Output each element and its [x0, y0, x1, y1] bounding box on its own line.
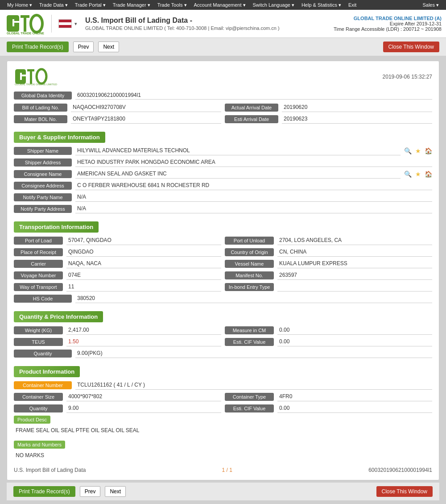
container-size-col: Container Size 4000*907*802: [14, 392, 221, 401]
svg-point-9: [37, 69, 46, 83]
place-of-receipt-col: Place of Receipt QINGDAO: [14, 248, 221, 257]
flag-area: ▾: [58, 19, 77, 28]
consignee-home-icon[interactable]: 🏠: [425, 171, 432, 178]
product-section-header: Product Information: [14, 366, 80, 377]
svg-rect-8: [30, 69, 32, 84]
notify-party-address-row: Notify Party Address N/A: [14, 204, 432, 213]
page-title: U.S. Import Bill of Lading Data -: [85, 17, 329, 25]
record-timestamp: 2019-09-06 15:32:27: [383, 74, 432, 80]
product-qty-cif-row: Quantity 9.00 Esti. CIF Value 0.00: [14, 404, 432, 413]
product-desc-label: Product Desc: [14, 416, 50, 424]
container-type-col: Container Type 4FR0: [225, 392, 432, 401]
quantity-row: Quantity 9.00(PKG): [14, 349, 432, 358]
print-button-top[interactable]: Print Trade Record(s): [7, 42, 69, 52]
esti-arrival-col: Esti Arrival Date 20190623: [225, 115, 432, 124]
nav-switch-language[interactable]: Switch Language ▾: [249, 0, 298, 10]
container-size-value: 4000*907*802: [66, 392, 221, 401]
esti-cif-value: 0.00: [277, 337, 432, 346]
consignee-name-row: Consignee Name AMERICAN SEAL AND GASKET …: [14, 170, 432, 179]
shipper-name-row: Shipper Name HILYWILL ADVANCED MATERIALS…: [14, 146, 432, 155]
manifest-no-value: 263597: [277, 271, 432, 280]
inbond-entry-value: [277, 283, 432, 292]
svg-text:GLOBAL TRADE ONLINE LIMITED: GLOBAL TRADE ONLINE LIMITED: [7, 32, 45, 34]
nav-my-home[interactable]: My Home ▾: [4, 0, 36, 10]
close-button-bottom[interactable]: Close This Window: [376, 486, 433, 497]
header-bar: GLOBAL TRADE ONLINE LIMITED ▾ U.S. Impor…: [0, 10, 446, 38]
country-of-origin-value: CN, CHINA: [277, 248, 432, 257]
nav-exit[interactable]: Exit: [345, 0, 360, 10]
port-of-load-value: 57047, QINGDAO: [66, 236, 221, 245]
port-row: Port of Load 57047, QINGDAO Port of Unlo…: [14, 236, 432, 245]
nav-trade-portal[interactable]: Trade Portal ▾: [71, 0, 109, 10]
esti-cif-label: Esti. CIF Value: [225, 338, 274, 346]
voyage-manifest-row: Voyage Number 074E Manifest No. 263597: [14, 271, 432, 280]
bol-row: Bill of Lading No. NAQAOCHI9270708V Actu…: [14, 103, 432, 112]
port-of-unload-label: Port of Unload: [225, 237, 274, 245]
ldr-range: Time Range Accessible (LDR) : 200712 ~ 2…: [334, 26, 442, 32]
port-of-unload-value: 2704, LOS ANGELES, CA: [277, 236, 432, 245]
record-card: GLOBAL TRADE ONLINE LIMITED 2019-09-06 1…: [7, 61, 439, 480]
nav-trade-manager[interactable]: Trade Manager ▾: [109, 0, 154, 10]
search-icon[interactable]: 🔍: [404, 147, 412, 154]
bol-no-label: Bill of Lading No.: [14, 104, 67, 112]
container-number-row: Container Number TCLU1261162 ( 41 / L / …: [14, 381, 432, 390]
prev-button-bottom[interactable]: Prev: [80, 486, 101, 497]
expire-date: Expire After 2019-12-31: [334, 21, 442, 26]
carrier-label: Carrier: [14, 260, 63, 268]
teus-col: TEUS 1.50: [14, 337, 221, 346]
nav-help-statistics-label: Help & Statistics: [301, 0, 337, 10]
global-data-identity-row: Global Data Identity 6003201906210000199…: [14, 91, 432, 100]
mater-bol-col: Mater BOL No. ONEYTA9PY2181800: [14, 115, 221, 124]
weight-measure-row: Weight (KG) 2,417.00 Measure in CM 0.00: [14, 326, 432, 335]
nav-trade-data[interactable]: Trade Data ▾: [36, 0, 71, 10]
container-type-label: Container Type: [225, 393, 274, 401]
carrier-vessel-row: Carrier NAQA, NACA Vessel Name KUALA LUM…: [14, 259, 432, 268]
mater-bol-label: Mater BOL No.: [14, 115, 67, 123]
prev-button-top[interactable]: Prev: [73, 42, 94, 52]
consignee-star-icon[interactable]: ★: [415, 171, 421, 178]
nav-trade-tools[interactable]: Trade Tools ▾: [154, 0, 190, 10]
actual-arrival-col: Actual Arrival Date 20190620: [225, 103, 432, 112]
port-of-load-col: Port of Load 57047, QINGDAO: [14, 236, 221, 245]
place-of-receipt-label: Place of Receipt: [14, 248, 63, 256]
measure-col: Measure in CM 0.00: [225, 326, 432, 335]
nav-trade-manager-label: Trade Manager: [113, 0, 146, 10]
consignee-name-value: AMERICAN SEAL AND GASKET INC: [75, 170, 401, 179]
port-of-unload-col: Port of Unload 2704, LOS ANGELES, CA: [225, 236, 432, 245]
shipper-address-label: Shipper Address: [14, 158, 72, 167]
product-esti-cif-label: Esti. CIF Value: [225, 404, 274, 412]
consignee-search-icon[interactable]: 🔍: [404, 171, 412, 178]
product-esti-cif-col: Esti. CIF Value 0.00: [225, 404, 432, 413]
product-desc-container: Product Desc FRAME SEAL OIL SEAL PTFE OI…: [14, 416, 432, 435]
vessel-name-value: KUALA LUMPUR EXPRESS: [277, 259, 432, 268]
home-icon[interactable]: 🏠: [425, 147, 432, 154]
nav-trade-tools-label: Trade Tools: [157, 0, 183, 10]
close-button-top[interactable]: Close This Window: [383, 42, 439, 52]
bol-col: Bill of Lading No. NAQAOCHI9270708V: [14, 103, 221, 112]
next-button-bottom[interactable]: Next: [105, 486, 126, 497]
nav-help-statistics[interactable]: Help & Statistics ▾: [298, 0, 345, 10]
voyage-number-label: Voyage Number: [14, 271, 63, 279]
action-bar-top: Print Trade Record(s) Prev Next Close Th…: [0, 38, 446, 56]
hs-code-label: HS Code: [14, 295, 72, 303]
print-button-bottom[interactable]: Print Trade Record(s): [13, 486, 75, 497]
quantity-value: 9.00(PKG): [75, 349, 432, 358]
transport-section-header: Transportation Information: [14, 221, 99, 233]
next-button-top[interactable]: Next: [98, 42, 119, 52]
manifest-col: Manifest No. 263597: [225, 271, 432, 280]
nav-account-management[interactable]: Account Management ▾: [190, 0, 249, 10]
container-number-label: Container Number: [14, 381, 72, 389]
top-navigation: My Home ▾ Trade Data ▾ Trade Portal ▾ Tr…: [0, 0, 446, 10]
transport-inbond-row: Way of Transport 11 In-bond Entry Type: [14, 283, 432, 292]
star-icon[interactable]: ★: [415, 147, 421, 154]
nav-sales[interactable]: Sales ▾: [419, 0, 442, 10]
action-bar-bottom: Print Trade Record(s) Prev Next Close Th…: [7, 483, 439, 501]
product-desc-value: FRAME SEAL OIL SEAL PTFE OIL SEAL OIL SE…: [14, 425, 432, 435]
page-subtitle: GLOBAL TRADE ONLINE LIMITED ( Tel: 400-7…: [85, 25, 329, 31]
country-of-origin-label: Country of Origin: [225, 248, 274, 256]
svg-text:GLOBAL TRADE ONLINE LIMITED: GLOBAL TRADE ONLINE LIMITED: [15, 83, 58, 86]
consignee-name-label: Consignee Name: [14, 170, 72, 178]
svg-rect-1: [14, 23, 19, 25]
product-quantity-value: 9.00: [66, 404, 221, 413]
record-footer-left: U.S. Import Bill of Lading Data: [14, 467, 86, 473]
